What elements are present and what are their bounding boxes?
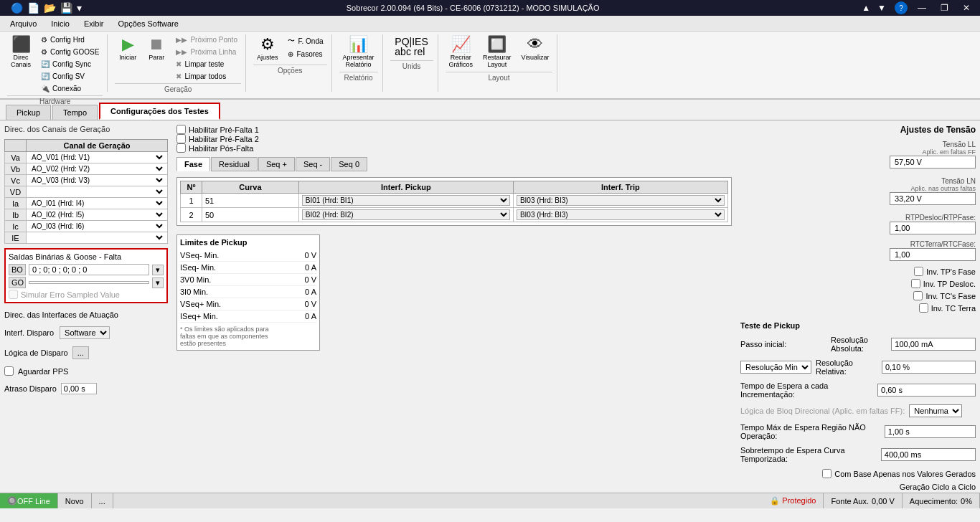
apresentar-relatorio-button[interactable]: 📊 ApresentarRelatório bbox=[339, 34, 378, 70]
interf-trip-2[interactable]: BI03 (Hrd: BI3) bbox=[513, 208, 727, 222]
pre-falta-2-checkbox[interactable] bbox=[176, 134, 186, 143]
new-icon[interactable]: 📄 bbox=[27, 1, 40, 14]
subtab-seq-0[interactable]: Seq 0 bbox=[331, 157, 367, 171]
channel-dropdown-ic[interactable]: AO_I03 (Hrd: I6) bbox=[29, 222, 165, 231]
channel-select-ic[interactable]: AO_I03 (Hrd: I6) bbox=[27, 221, 168, 232]
resolucao-relativa-input[interactable] bbox=[882, 361, 976, 374]
com-base-checkbox[interactable] bbox=[822, 469, 831, 478]
resolucao-min-select[interactable]: Resolução Min bbox=[740, 361, 811, 374]
interf-pickup-select-1[interactable]: BI01 (Hrd: BI1) bbox=[302, 195, 510, 206]
config-hrd-icon: ⚙ bbox=[41, 36, 47, 44]
inv-tp-fase-checkbox[interactable] bbox=[914, 267, 923, 276]
tab-pickup[interactable]: Pickup bbox=[6, 105, 51, 120]
resolucao-absoluta-label: Resolução Absoluta: bbox=[831, 336, 887, 353]
rtc-input[interactable] bbox=[890, 248, 976, 261]
simular-erro-checkbox[interactable] bbox=[9, 290, 18, 299]
channel-dropdown-ie[interactable] bbox=[29, 233, 165, 242]
logica-bloq-select[interactable]: Nenhuma bbox=[909, 404, 962, 417]
interf-trip-select-1[interactable]: BI03 (Hrd: BI3) bbox=[517, 195, 725, 206]
channel-dropdown-vb[interactable]: AO_V02 (Hrd: V2) bbox=[29, 164, 165, 174]
table-row: Ic AO_I03 (Hrd: I6) bbox=[5, 221, 168, 232]
proxima-linha-button[interactable]: ▶▶ Próxima Linha bbox=[172, 47, 241, 57]
rtc-label: RTCTerra/RTCFase: bbox=[910, 240, 976, 248]
pre-falta-1-checkbox[interactable] bbox=[176, 125, 186, 134]
tab-configuracoes[interactable]: Configurações dos Testes bbox=[99, 103, 220, 120]
limpar-todos-button[interactable]: ✖ Limpar todos bbox=[172, 71, 241, 82]
channel-select-vc[interactable]: AO_V03 (Hrd: V3) bbox=[27, 175, 168, 186]
config-hrd-button[interactable]: ⚙ Config Hrd bbox=[37, 34, 103, 45]
config-goose-button[interactable]: ⚙ Config GOOSE bbox=[37, 47, 103, 57]
visualizar-button[interactable]: 👁 Visualizar bbox=[518, 34, 553, 63]
binary-dropdown-go[interactable]: ▾ bbox=[152, 277, 164, 288]
tempo-espera-input[interactable] bbox=[877, 384, 976, 397]
interf-pickup-2[interactable]: BI02 (Hrd: BI2) bbox=[298, 208, 513, 222]
iniciar-button[interactable]: ▶ Iniciar bbox=[115, 34, 141, 63]
atraso-disparo-input[interactable] bbox=[61, 383, 97, 394]
inv-tc-terra-checkbox[interactable] bbox=[919, 303, 928, 313]
inv-tc-fase-checkbox[interactable] bbox=[913, 291, 923, 300]
proximo-ponto-button[interactable]: ▶▶ Próximo Ponto bbox=[172, 34, 241, 45]
conexao-button[interactable]: 🔌 Conexão bbox=[37, 83, 103, 94]
interf-pickup-select-2[interactable]: BI02 (Hrd: BI2) bbox=[302, 209, 510, 220]
quick-access: 🔵 📄 📂 💾 ▾ bbox=[6, 0, 87, 16]
menu-opcoes-software[interactable]: Opções Software bbox=[111, 18, 186, 29]
minimize-button[interactable]: — bbox=[913, 1, 930, 14]
interf-trip-1[interactable]: BI03 (Hrd: BI3) bbox=[513, 194, 727, 208]
tempo-max-input[interactable] bbox=[885, 425, 976, 438]
limpar-teste-button[interactable]: ✖ Limpar teste bbox=[172, 59, 241, 70]
pos-falta-checkbox[interactable] bbox=[176, 143, 186, 153]
fasores-button[interactable]: ⊕ Fasores bbox=[284, 49, 326, 60]
config-sv-button[interactable]: 🔄 Config SV bbox=[37, 71, 103, 82]
nav-down-icon[interactable]: ▼ bbox=[875, 1, 889, 14]
open-icon[interactable]: 📂 bbox=[43, 1, 57, 14]
logica-disparo-btn[interactable]: ... bbox=[72, 346, 89, 359]
sobretempo-input[interactable] bbox=[881, 448, 976, 461]
channel-select-vb[interactable]: AO_V02 (Hrd: V2) bbox=[27, 163, 168, 175]
subtab-residual[interactable]: Residual bbox=[211, 157, 258, 171]
app-logo-icon[interactable]: 🔵 bbox=[10, 1, 24, 14]
channel-select-vd[interactable] bbox=[27, 186, 168, 198]
f-onda-button[interactable]: 〜 F. Onda bbox=[284, 34, 326, 47]
channel-dropdown-vc[interactable]: AO_V03 (Hrd: V3) bbox=[29, 176, 165, 185]
channel-select-va[interactable]: AO_V01 (Hrd: V1) bbox=[27, 152, 168, 163]
channel-select-ia[interactable]: AO_I01 (Hrd: I4) bbox=[27, 198, 168, 209]
restaurar-layout-button[interactable]: 🔲 RestaurarLayout bbox=[479, 34, 515, 70]
menu-exibir[interactable]: Exibir bbox=[77, 18, 111, 29]
subtab-fase[interactable]: Fase bbox=[176, 157, 210, 171]
menu-arquivo[interactable]: Arquivo bbox=[3, 18, 44, 29]
parar-button[interactable]: ⏹ Parar bbox=[143, 34, 169, 63]
aguardar-pps-checkbox[interactable] bbox=[4, 366, 14, 376]
nav-up-icon[interactable]: ▲ bbox=[859, 1, 873, 14]
interf-disparo-select[interactable]: Software bbox=[60, 326, 110, 339]
channel-dropdown-ia[interactable]: AO_I01 (Hrd: I4) bbox=[29, 199, 165, 208]
channel-select-ie[interactable] bbox=[27, 232, 168, 244]
config-goose-icon: ⚙ bbox=[41, 48, 47, 56]
interf-pickup-1[interactable]: BI01 (Hrd: BI1) bbox=[298, 194, 513, 208]
maximize-button[interactable]: ❐ bbox=[936, 1, 953, 14]
tab-tempo[interactable]: Tempo bbox=[52, 105, 98, 120]
direc-canais-button[interactable]: ⬛ DirecCanais bbox=[7, 34, 34, 70]
config-sync-button[interactable]: 🔄 Config Sync bbox=[37, 59, 103, 70]
binary-dropdown-bo[interactable]: ▾ bbox=[152, 265, 164, 275]
recriar-graficos-button[interactable]: 📈 RecriarGráficos bbox=[446, 34, 477, 70]
subtab-seq-minus[interactable]: Seq - bbox=[296, 157, 330, 171]
subtab-seq-plus[interactable]: Seq + bbox=[258, 157, 295, 171]
close-button[interactable]: ✕ bbox=[958, 1, 974, 14]
channel-dropdown-va[interactable]: AO_V01 (Hrd: V1) bbox=[29, 153, 165, 162]
help-button[interactable]: ? bbox=[895, 1, 908, 14]
resolucao-absoluta-input[interactable] bbox=[891, 338, 976, 351]
channel-select-ib[interactable]: AO_I02 (Hrd: I5) bbox=[27, 209, 168, 221]
interf-trip-select-2[interactable]: BI03 (Hrd: BI3) bbox=[517, 209, 725, 220]
rtp-input[interactable] bbox=[890, 222, 976, 234]
tensao-ll-input[interactable] bbox=[890, 156, 976, 169]
dropdown-icon[interactable]: ▾ bbox=[76, 1, 83, 14]
unids-button[interactable]: PQ|IESabc rel bbox=[390, 34, 433, 59]
rtc-section: RTCTerra/RTCFase: bbox=[740, 240, 976, 261]
inv-tp-desloc-checkbox[interactable] bbox=[911, 279, 920, 288]
channel-dropdown-ib[interactable]: AO_I02 (Hrd: I5) bbox=[29, 210, 165, 219]
save-icon[interactable]: 💾 bbox=[60, 1, 73, 14]
channel-dropdown-vd[interactable] bbox=[29, 187, 165, 196]
tensao-ln-input[interactable] bbox=[890, 192, 976, 205]
menu-inicio[interactable]: Inicio bbox=[44, 18, 77, 29]
ajustes-button[interactable]: ⚙ Ajustes bbox=[253, 34, 282, 63]
